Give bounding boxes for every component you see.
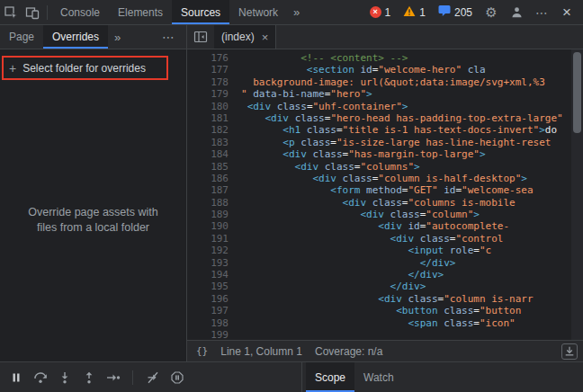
line-number[interactable]: 187	[187, 184, 229, 196]
code-line: <input role="c	[241, 245, 583, 256]
inspect-icon[interactable]	[0, 0, 22, 24]
line-number[interactable]: 184	[187, 148, 229, 160]
device-toolbar-icon[interactable]	[22, 0, 43, 24]
settings-gear-icon[interactable]: ⚙	[480, 0, 502, 24]
sidebar-more-tabs-button[interactable]: »	[108, 25, 127, 49]
error-icon: ×	[370, 6, 381, 18]
devtools-window: Console Elements Sources Network » × 1 1…	[0, 0, 583, 392]
line-number[interactable]: 188	[187, 197, 229, 209]
code-line: <div class="column">	[241, 209, 583, 220]
coverage-status[interactable]: Coverage: n/a	[315, 345, 382, 358]
main-area: Page Overrides » ⋯ + Select folder for o…	[0, 25, 583, 361]
main-toolbar: Console Elements Sources Network » × 1 1…	[0, 0, 583, 25]
warning-icon	[403, 5, 416, 20]
line-number[interactable]: 197	[187, 305, 229, 316]
step-out-icon[interactable]	[76, 362, 101, 392]
vertical-scrollbar[interactable]	[571, 49, 583, 340]
issues-badge[interactable]: 205	[434, 4, 477, 20]
code-lines: <!-- <content> --> <section id="welcome-…	[238, 49, 583, 340]
editor-status-bar: {} Line 1, Column 1 Coverage: n/a	[187, 340, 583, 361]
tab-watch[interactable]: Watch	[354, 362, 403, 392]
line-number[interactable]: 189	[187, 209, 229, 220]
editor-column: (index) × 176177178179180181182183184185…	[187, 25, 583, 361]
overrides-description: Override page assets with files from a l…	[22, 205, 166, 236]
line-number[interactable]: 195	[187, 281, 229, 292]
line-number[interactable]: 196	[187, 293, 229, 305]
code-line: </div>	[241, 257, 583, 269]
warning-count: 1	[419, 6, 426, 19]
code-line: <p class="is-size-large has-line-height-…	[241, 137, 583, 148]
tab-page[interactable]: Page	[0, 25, 43, 49]
file-tab-index[interactable]: (index) ×	[214, 25, 276, 49]
tab-network[interactable]: Network	[229, 0, 287, 24]
code-line: </div>	[241, 269, 583, 281]
sidebar-more-options-icon[interactable]: ⋯	[157, 25, 179, 49]
step-into-icon[interactable]	[52, 362, 76, 392]
code-line: <button class="button	[241, 305, 583, 316]
deactivate-breakpoints-icon[interactable]	[140, 362, 165, 392]
code-line: " data-bi-name="hero">	[241, 88, 583, 100]
tab-sources[interactable]: Sources	[172, 0, 229, 24]
line-number[interactable]: 198	[187, 317, 229, 329]
pause-script-icon[interactable]	[4, 362, 28, 392]
line-number[interactable]: 193	[187, 257, 229, 269]
line-number[interactable]: 176	[187, 52, 229, 64]
close-tab-icon[interactable]: ×	[262, 31, 269, 44]
sidebar-tabs: Page Overrides » ⋯	[0, 25, 186, 49]
error-badge[interactable]: × 1	[365, 6, 396, 19]
toggle-navigator-icon[interactable]	[187, 25, 214, 49]
line-number[interactable]: 182	[187, 124, 229, 136]
code-line: <div class="has-margin-top-large">	[241, 148, 583, 160]
file-tab-label: (index)	[221, 31, 255, 43]
code-editor[interactable]: 1761771781791801811821831841851861871881…	[187, 49, 583, 340]
line-number[interactable]: 199	[187, 329, 229, 340]
more-panels-button[interactable]: »	[287, 0, 306, 24]
line-number[interactable]: 179	[187, 88, 229, 100]
scrollbar-thumb[interactable]	[573, 52, 581, 133]
step-over-icon[interactable]	[28, 362, 52, 392]
tab-elements[interactable]: Elements	[109, 0, 172, 24]
tab-overrides[interactable]: Overrides	[43, 25, 108, 49]
pretty-print-button[interactable]: {}	[196, 345, 208, 357]
line-number[interactable]: 178	[187, 76, 229, 88]
code-line: <span class="icon"	[241, 317, 583, 329]
line-number[interactable]: 180	[187, 101, 229, 112]
step-icon[interactable]	[101, 362, 125, 392]
debug-controls	[0, 362, 302, 392]
profile-icon[interactable]	[506, 0, 527, 24]
select-folder-button[interactable]: + Select folder for overrides	[9, 62, 177, 75]
tab-console[interactable]: Console	[51, 0, 109, 24]
tab-scope[interactable]: Scope	[306, 362, 354, 392]
code-line: <div class="control	[241, 233, 583, 245]
line-number[interactable]: 190	[187, 220, 229, 232]
code-line: <div class="columns">	[241, 161, 583, 173]
issues-count: 205	[454, 6, 472, 19]
code-line: <div class="columns is-mobile	[241, 197, 583, 209]
code-line: background-image: url(&quot;data:image/s…	[241, 76, 583, 88]
debugger-tabs: Scope Watch	[302, 362, 403, 392]
pause-on-exceptions-icon[interactable]	[165, 362, 189, 392]
code-line: </div>	[241, 281, 583, 292]
line-number[interactable]: 177	[187, 64, 229, 76]
line-number[interactable]: 185	[187, 161, 229, 173]
code-line: <form method="GET" id="welcome-sea	[241, 184, 583, 196]
code-line: <div id="autocomplete-	[241, 220, 583, 232]
line-number[interactable]: 183	[187, 137, 229, 148]
line-number[interactable]: 181	[187, 112, 229, 124]
debug-divider	[132, 370, 133, 385]
toolbar-divider	[47, 5, 48, 20]
cursor-position: Line 1, Column 1	[220, 345, 302, 358]
file-tab-bar: (index) ×	[187, 25, 583, 49]
line-number[interactable]: 191	[187, 233, 229, 245]
more-options-icon[interactable]: ⋯	[531, 0, 552, 24]
code-line: <!-- <content> -->	[241, 52, 583, 64]
line-number[interactable]: 186	[187, 173, 229, 184]
close-devtools-icon[interactable]: ×	[556, 0, 578, 24]
code-line: <section id="welcome-hero" cla	[241, 64, 583, 76]
line-number[interactable]: 192	[187, 245, 229, 256]
code-line: <div class="uhf-container">	[241, 101, 583, 112]
line-number[interactable]: 194	[187, 269, 229, 281]
warning-badge[interactable]: 1	[399, 5, 430, 20]
download-icon[interactable]	[561, 343, 578, 360]
overrides-pane: + Select folder for overrides Override p…	[0, 49, 186, 361]
